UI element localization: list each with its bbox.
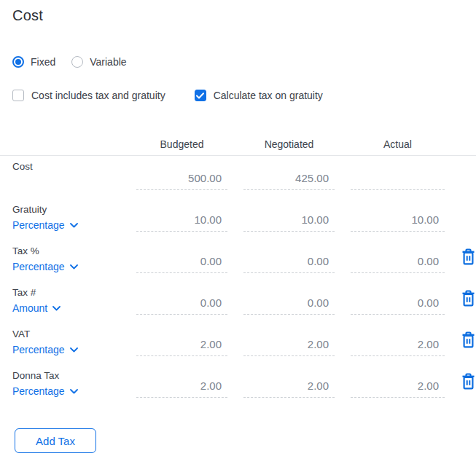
row-label-block: Tax % Percentage [12, 240, 120, 273]
cost-panel: Cost Fixed Variable Cost includes tax an… [0, 0, 476, 453]
table-row-cost: Cost [12, 156, 464, 199]
trash-cell [461, 373, 476, 393]
header-spacer [12, 138, 120, 150]
column-header-negotiated: Negotiated [243, 138, 335, 150]
trash-cell [461, 331, 476, 352]
chevron-down-icon [70, 264, 78, 270]
type-dropdown-value: Percentage [12, 261, 65, 272]
trash-icon [461, 248, 476, 266]
radio-selected-icon [12, 56, 24, 68]
row-label-block: Gratuity Percentage [12, 199, 120, 232]
budgeted-input[interactable] [136, 211, 227, 232]
budgeted-input[interactable] [136, 377, 227, 398]
type-dropdown-value: Amount [12, 302, 47, 314]
radio-label: Variable [90, 56, 126, 68]
budgeted-input[interactable] [136, 169, 227, 190]
table-row-tax-number: Tax # Amount [12, 282, 464, 323]
delete-tax-button[interactable] [461, 331, 476, 349]
type-dropdown[interactable]: Percentage [12, 385, 78, 397]
actual-input[interactable] [351, 377, 445, 398]
negotiated-input[interactable] [243, 335, 335, 356]
delete-tax-button[interactable] [461, 373, 476, 390]
type-dropdown-value: Percentage [12, 385, 65, 397]
checkbox-label: Calculate tax on gratuity [214, 90, 323, 101]
row-label-block: Cost [12, 156, 120, 176]
budgeted-input[interactable] [136, 294, 227, 315]
chevron-down-icon [70, 223, 78, 228]
chevron-down-icon [70, 347, 78, 353]
table-row-donna-tax: Donna Tax Percentage [12, 365, 464, 406]
negotiated-input[interactable] [243, 211, 335, 232]
actual-input[interactable] [351, 335, 445, 356]
row-label: Donna Tax [12, 370, 120, 381]
type-dropdown[interactable]: Percentage [12, 344, 78, 355]
type-dropdown-value: Percentage [12, 219, 65, 231]
radio-label: Fixed [31, 56, 55, 68]
budgeted-input[interactable] [136, 335, 227, 356]
check-icon [195, 90, 206, 101]
table-row-vat: VAT Percentage [12, 323, 464, 365]
row-label-block: Donna Tax Percentage [12, 365, 120, 398]
checkbox-cost-includes-tax[interactable]: Cost includes tax and gratuity [12, 90, 165, 101]
row-label: Tax % [12, 245, 120, 256]
negotiated-input[interactable] [243, 294, 335, 315]
row-label: Gratuity [12, 204, 120, 215]
table-row-gratuity: Gratuity Percentage [12, 199, 464, 240]
table-header: Budgeted Negotiated Actual [12, 138, 464, 150]
trash-icon [461, 290, 476, 307]
cost-type-radio-group: Fixed Variable [12, 56, 464, 68]
radio-option-variable[interactable]: Variable [71, 56, 126, 68]
type-dropdown-value: Percentage [12, 344, 65, 355]
trash-cell [461, 248, 476, 269]
delete-tax-button[interactable] [461, 248, 476, 266]
actual-input[interactable] [351, 294, 445, 315]
column-header-budgeted: Budgeted [136, 138, 227, 150]
actual-input[interactable] [351, 169, 445, 190]
chevron-down-icon [70, 389, 78, 394]
type-dropdown[interactable]: Amount [12, 302, 61, 314]
type-dropdown[interactable]: Percentage [12, 219, 78, 231]
add-tax-button[interactable]: Add Tax [15, 428, 96, 453]
trash-icon [461, 373, 476, 390]
cost-options-group: Cost includes tax and gratuity Calculate… [12, 90, 464, 101]
chevron-down-icon [52, 306, 61, 311]
checkbox-calculate-tax-on-gratuity[interactable]: Calculate tax on gratuity [195, 90, 323, 101]
negotiated-input[interactable] [243, 169, 335, 190]
row-label-block: VAT Percentage [12, 323, 120, 356]
checkbox-unchecked-icon [12, 90, 24, 101]
row-label: VAT [12, 329, 120, 339]
actual-input[interactable] [351, 252, 445, 273]
trash-icon [461, 331, 476, 349]
radio-unselected-icon [71, 56, 83, 68]
page-title: Cost [12, 7, 464, 24]
trash-cell [461, 290, 476, 310]
column-header-actual: Actual [351, 138, 445, 150]
header-spacer [461, 138, 476, 150]
table-row-tax-percent: Tax % Percentage [12, 240, 464, 282]
radio-option-fixed[interactable]: Fixed [12, 56, 55, 68]
negotiated-input[interactable] [243, 252, 335, 273]
row-label: Tax # [12, 287, 120, 298]
negotiated-input[interactable] [243, 377, 335, 398]
row-label-block: Tax # Amount [12, 282, 120, 315]
actual-input[interactable] [351, 211, 445, 232]
checkbox-label: Cost includes tax and gratuity [31, 90, 165, 101]
delete-tax-button[interactable] [461, 290, 476, 307]
type-dropdown[interactable]: Percentage [12, 261, 78, 272]
budgeted-input[interactable] [136, 252, 227, 273]
row-label: Cost [12, 161, 120, 172]
